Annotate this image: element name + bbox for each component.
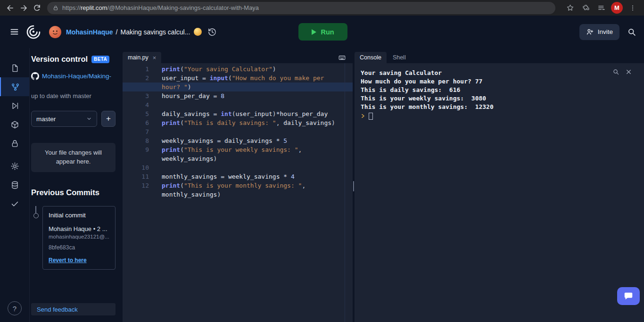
file-changes-placeholder: Your file changes will appear here. <box>31 143 116 172</box>
replit-header: MohasinHaque / Making savings calcul... … <box>0 16 644 48</box>
tool-rail: ? <box>0 48 30 322</box>
version-control-icon[interactable] <box>0 77 29 96</box>
code-row[interactable]: 8weekly_savings = daily_savings * 5 <box>123 136 353 145</box>
reading-list-icon[interactable] <box>595 2 607 14</box>
line-number: 5 <box>123 109 149 118</box>
code-row[interactable]: 7 <box>123 127 353 136</box>
commit-hash: 8bfe683ca <box>49 244 109 251</box>
replit-logo[interactable] <box>25 24 41 40</box>
revert-link[interactable]: Revert to here <box>49 257 87 264</box>
plus-glyph: + <box>106 114 111 124</box>
code-row[interactable]: 11monthly_savings = weekly_savings * 4 <box>123 172 353 181</box>
back-icon[interactable] <box>4 1 17 15</box>
commit-email: mohasinhaque23121@... <box>49 234 109 239</box>
database-icon[interactable] <box>0 175 29 194</box>
panel-title: Version control <box>31 55 88 64</box>
previous-commits-heading: Previous Commits <box>31 188 116 197</box>
line-number <box>123 83 149 91</box>
code-row[interactable]: 2user_input = input("How much do you mak… <box>123 74 353 83</box>
code-row[interactable]: 10 <box>123 163 353 172</box>
line-number: 11 <box>123 172 149 181</box>
close-tab-icon[interactable]: × <box>153 54 157 61</box>
code-row[interactable]: 4 <box>123 100 353 109</box>
editor-tabbar: main.py × <box>123 52 353 63</box>
packages-icon[interactable] <box>0 115 29 134</box>
chat-icon <box>623 291 634 301</box>
files-icon[interactable] <box>0 58 29 77</box>
star-icon[interactable] <box>564 2 576 14</box>
forward-icon[interactable] <box>17 1 30 15</box>
code-row[interactable]: 1print("Your saving Calculator") <box>123 65 353 74</box>
help-glyph: ? <box>13 305 17 313</box>
user-avatar[interactable] <box>49 26 61 38</box>
invite-person-icon <box>586 28 594 36</box>
code-row[interactable]: 9print("This is your weekly savings: ", <box>123 145 353 154</box>
keyboard-icon[interactable] <box>338 54 346 62</box>
browser-chrome: https://replit.com/@MohasinHaque/Making-… <box>0 0 644 16</box>
shell-tab-label: Shell <box>393 54 406 61</box>
help-icon[interactable]: ? <box>8 301 22 315</box>
code-row[interactable]: 12print("This is your monthly savings: "… <box>123 181 353 190</box>
line-number: 12 <box>123 181 149 190</box>
console-line: This is daily savings: 616 <box>361 86 636 94</box>
secrets-icon[interactable] <box>0 134 29 153</box>
version-control-panel: Version control BETA Mohasin-Haque/Makin… <box>30 48 121 322</box>
line-number <box>123 154 149 163</box>
breadcrumb-project[interactable]: Making savings calcul... <box>120 28 190 36</box>
history-icon[interactable] <box>207 27 217 37</box>
breadcrumb-username[interactable]: MohasinHaque <box>66 28 113 36</box>
tab-main-py[interactable]: main.py × <box>123 52 161 63</box>
console-line: This is your weekly savings: 3080 <box>361 94 636 103</box>
commit-card[interactable]: Initial commit Mohasin Haque • 2 ... moh… <box>42 206 116 270</box>
add-branch-button[interactable]: + <box>101 111 116 127</box>
invite-button[interactable]: Invite <box>579 24 619 40</box>
browser-profile-avatar[interactable]: M <box>611 2 623 14</box>
commit-message: Initial commit <box>49 212 109 219</box>
editor-pane: main.py × 1print("Your saving Calculator… <box>123 48 353 322</box>
checks-icon[interactable] <box>0 194 29 213</box>
console-tools <box>612 68 632 75</box>
code-editor[interactable]: 1print("Your saving Calculator")2user_in… <box>123 63 353 322</box>
cycles-icon[interactable] <box>194 28 202 36</box>
extensions-icon[interactable] <box>580 2 591 14</box>
run-button[interactable]: Run <box>298 23 347 41</box>
line-number: 2 <box>123 74 149 83</box>
code-row[interactable]: 5daily_savings = int(user_input)*hours_p… <box>123 109 353 118</box>
code-row[interactable]: monthly_savings) <box>123 190 353 199</box>
tab-console[interactable]: Console <box>355 52 387 63</box>
url-path: /@MohasinHaque/Making-savings-calculator… <box>107 4 259 11</box>
chat-button[interactable] <box>617 287 640 305</box>
code-row[interactable]: 3hours_per_day = 8 <box>123 91 353 100</box>
reload-icon[interactable] <box>30 1 43 15</box>
address-bar[interactable]: https://replit.com/@MohasinHaque/Making-… <box>47 2 555 14</box>
console-clear-icon[interactable] <box>626 69 632 75</box>
github-icon <box>31 72 39 80</box>
lock-icon <box>53 5 58 11</box>
line-number: 1 <box>123 65 149 74</box>
commit-author: Mohasin Haque • 2 ... <box>49 225 109 232</box>
code-row[interactable]: hour? ") <box>123 83 353 91</box>
code-rows: 1print("Your saving Calculator")2user_in… <box>123 65 353 199</box>
line-number: 3 <box>123 91 149 100</box>
search-icon[interactable] <box>627 27 636 37</box>
menu-kebab-icon[interactable] <box>627 2 638 14</box>
line-number: 7 <box>123 127 149 136</box>
code-row[interactable]: weekly_savings) <box>123 154 353 163</box>
tab-shell[interactable]: Shell <box>387 52 412 63</box>
url-domain: replit.com <box>81 4 107 11</box>
prompt-chevron-icon <box>361 113 365 119</box>
hamburger-icon[interactable] <box>8 25 21 39</box>
sync-status: up to date with master <box>31 92 116 99</box>
console-tab-label: Console <box>360 54 381 61</box>
send-feedback-link[interactable]: Send feedback <box>31 303 116 315</box>
invite-label: Invite <box>598 28 613 35</box>
repo-link[interactable]: Mohasin-Haque/Making- <box>42 73 111 80</box>
settings-icon[interactable] <box>0 157 29 175</box>
console-search-icon[interactable] <box>612 68 619 75</box>
console-output-area[interactable]: Your saving CalculatorHow much do you ma… <box>355 63 644 322</box>
branch-dropdown[interactable]: master <box>31 111 97 127</box>
run-icon[interactable] <box>0 96 29 115</box>
code-row[interactable]: 6print("This is daily savings: ", daily_… <box>123 118 353 127</box>
breadcrumb-separator: / <box>116 28 118 36</box>
console-prompt[interactable] <box>361 112 636 120</box>
